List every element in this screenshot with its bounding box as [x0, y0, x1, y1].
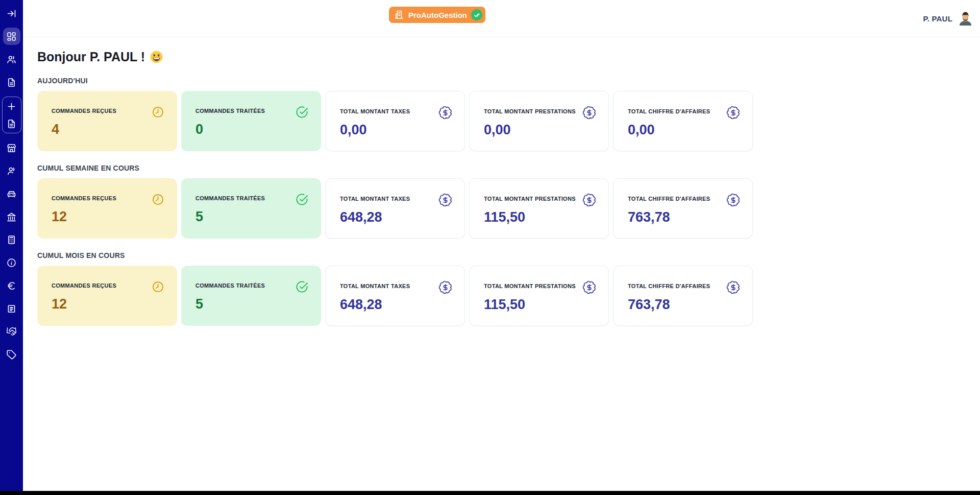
- stat-card-label: COMMANDES TRAITÉES: [195, 195, 309, 201]
- stat-card-value: 115,50: [484, 209, 596, 225]
- cards-row-week: COMMANDES REÇUES 12 COMMANDES TRAITÉES 5…: [37, 178, 980, 239]
- cards-row-today: COMMANDES REÇUES 4 COMMANDES TRAITÉES 0 …: [37, 91, 980, 151]
- stat-card-value: 12: [52, 209, 165, 225]
- stat-card-commandes-recues: COMMANDES REÇUES 4: [37, 91, 177, 151]
- sidebar-create-group: [2, 97, 21, 133]
- stat-card-label: COMMANDES TRAITÉES: [195, 282, 309, 289]
- sidebar-item-store[interactable]: [3, 139, 20, 156]
- stat-card-label: TOTAL MONTANT TAXES: [340, 108, 452, 114]
- stat-card-value: 5: [195, 209, 309, 225]
- user-menu[interactable]: P. PAUL: [923, 0, 973, 37]
- stat-card-montant-taxes: TOTAL MONTANT TAXES 0,00: [325, 91, 465, 151]
- arrow-right-to-line-icon: [6, 8, 17, 19]
- stat-card-label: COMMANDES REÇUES: [52, 195, 165, 201]
- page-title: Bonjour P. PAUL !: [37, 50, 980, 64]
- stat-card-value: 648,28: [340, 297, 452, 313]
- stat-card-value: 0: [195, 122, 309, 137]
- info-icon: [6, 257, 17, 268]
- bank-icon: [6, 211, 17, 222]
- stat-card-montant-prestations: TOTAL MONTANT PRESTATIONS 115,50: [469, 178, 609, 239]
- stat-card-commandes-traitees: COMMANDES TRAITÉES 0: [181, 91, 321, 151]
- store-icon: [6, 143, 17, 153]
- sidebar-item-dashboard[interactable]: [3, 28, 20, 45]
- stat-card-label: TOTAL MONTANT PRESTATIONS: [484, 196, 596, 202]
- stat-card-commandes-recues: COMMANDES REÇUES 12: [37, 266, 177, 326]
- stat-card-label: TOTAL MONTANT PRESTATIONS: [484, 108, 596, 114]
- sidebar-nav: [2, 5, 21, 363]
- clock-icon: [151, 105, 165, 119]
- sidebar-item-vehicles[interactable]: [3, 185, 20, 202]
- file-text-icon: [6, 77, 17, 88]
- avatar[interactable]: [958, 11, 973, 27]
- stat-card-label: TOTAL CHIFFRE D'AFFAIRES: [628, 108, 740, 114]
- stat-card-chiffre-affaires: TOTAL CHIFFRE D'AFFAIRES 0,00: [613, 91, 753, 151]
- stat-card-label: COMMANDES REÇUES: [52, 282, 165, 289]
- dollar-badge-icon: [438, 280, 452, 294]
- clock-icon: [151, 280, 165, 294]
- sidebar-item-add[interactable]: [3, 98, 20, 115]
- stat-card-value: 4: [52, 122, 165, 137]
- stat-card-value: 5: [195, 296, 309, 312]
- bottom-bar: [0, 491, 980, 495]
- handshake-icon: [6, 326, 17, 337]
- stat-card-value: 0,00: [484, 122, 596, 138]
- stat-card-montant-taxes: TOTAL MONTANT TAXES 648,28: [325, 266, 465, 326]
- sidebar-toggle[interactable]: [3, 5, 20, 22]
- dollar-badge-icon: [582, 106, 596, 120]
- stat-card-montant-taxes: TOTAL MONTANT TAXES 648,28: [325, 178, 465, 239]
- stat-card-value: 763,78: [628, 209, 740, 225]
- sidebar-item-profile[interactable]: [3, 162, 20, 179]
- stat-card-label: TOTAL MONTANT TAXES: [340, 283, 452, 289]
- check-circle-icon: [295, 280, 309, 294]
- stat-card-label: TOTAL MONTANT TAXES: [340, 196, 452, 202]
- check-circle-icon: [295, 193, 309, 206]
- users-icon: [6, 54, 17, 65]
- cards-row-month: COMMANDES REÇUES 12 COMMANDES TRAITÉES 5…: [37, 266, 980, 326]
- euro-icon: [6, 280, 17, 291]
- greeting-text: Bonjour P. PAUL !: [37, 50, 145, 64]
- car-icon: [6, 188, 17, 199]
- dashboard-content: Bonjour P. PAUL ! AUJOURD'HUI COMMANDES …: [23, 37, 980, 326]
- brand-badge: ProAutoGestion: [389, 7, 485, 23]
- user-name: P. PAUL: [923, 14, 952, 23]
- stat-card-value: 0,00: [340, 122, 452, 138]
- double-check-icon: [474, 12, 480, 18]
- building-icon: [394, 10, 404, 20]
- section-label-month: CUMUL MOIS EN COURS: [37, 251, 980, 260]
- sidebar-item-customers[interactable]: [3, 51, 20, 68]
- stat-card-label: TOTAL CHIFFRE D'AFFAIRES: [628, 283, 740, 289]
- stat-card-chiffre-affaires: TOTAL CHIFFRE D'AFFAIRES 763,78: [613, 178, 753, 239]
- sidebar: [0, 0, 23, 491]
- dashboard-icon: [6, 31, 17, 42]
- dollar-badge-icon: [726, 193, 740, 207]
- calculator-icon: [6, 234, 17, 245]
- clock-icon: [151, 193, 165, 206]
- section-label-week: CUMUL SEMAINE EN COURS: [37, 164, 980, 172]
- new-file-icon: [6, 119, 17, 129]
- sidebar-item-accounting[interactable]: [3, 231, 20, 248]
- stat-card-value: 763,78: [628, 297, 740, 313]
- sidebar-item-partners[interactable]: [3, 323, 20, 340]
- dollar-badge-icon: [726, 280, 740, 294]
- verified-badge: [471, 9, 482, 20]
- stat-card-value: 12: [52, 296, 165, 312]
- top-header: ProAutoGestion P. PAUL: [23, 0, 980, 37]
- stat-card-commandes-traitees: COMMANDES TRAITÉES 5: [181, 266, 321, 326]
- stat-card-chiffre-affaires: TOTAL CHIFFRE D'AFFAIRES 763,78: [613, 266, 753, 326]
- dollar-badge-icon: [726, 106, 740, 120]
- sidebar-item-documents[interactable]: [3, 74, 20, 91]
- stat-card-montant-prestations: TOTAL MONTANT PRESTATIONS 0,00: [469, 91, 609, 151]
- sidebar-item-pricing[interactable]: [3, 346, 20, 363]
- sidebar-item-finance[interactable]: [3, 277, 20, 294]
- sidebar-item-info[interactable]: [3, 254, 20, 271]
- stat-card-commandes-traitees: COMMANDES TRAITÉES 5: [181, 178, 321, 239]
- stat-card-value: 115,50: [484, 297, 596, 313]
- dollar-badge-icon: [582, 193, 596, 207]
- sidebar-item-new-document[interactable]: [3, 115, 20, 132]
- dollar-badge-icon: [438, 106, 452, 120]
- sidebar-item-bank[interactable]: [3, 208, 20, 225]
- sidebar-item-invoices[interactable]: [3, 300, 20, 317]
- stat-card-label: TOTAL CHIFFRE D'AFFAIRES: [628, 196, 740, 202]
- dollar-badge-icon: [438, 193, 452, 207]
- grinning-face-emoji: [150, 50, 163, 64]
